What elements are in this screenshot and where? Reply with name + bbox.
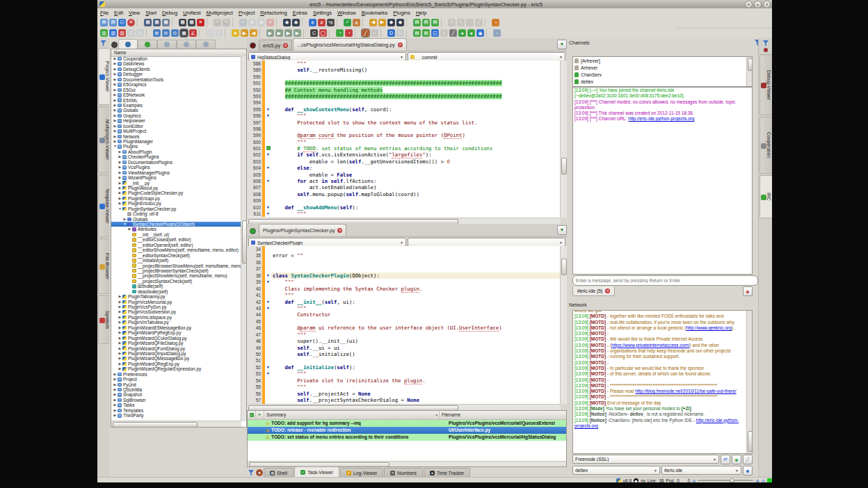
bookmark-prev-icon[interactable]: ◀ [250,29,257,37]
tree-expander-icon[interactable]: ▶ [118,196,122,201]
tree-item[interactable]: ▶DebugClients [111,67,241,72]
tree-expander-icon[interactable]: ▶ [118,325,122,330]
tree-expander-icon[interactable]: ▶ [118,181,122,186]
code-line[interactable]: 607 act.setEnabled(enable) [247,184,567,190]
scroll-thumb[interactable] [242,220,247,263]
doc-import-icon[interactable]: ▤ [422,29,430,37]
side-tab-debug-viewer[interactable]: Debug-Viewer [760,54,772,115]
tree-expander-icon[interactable]: ▶ [127,227,132,231]
fold-margin[interactable] [265,311,271,318]
tree-item[interactable]: ▶E5XML [111,98,241,103]
message-link[interactable]: https://www.privateinternetaccess.com/ [611,343,689,348]
comment-icon[interactable]: # [309,19,316,26]
tree-item[interactable]: ▶CheckerPlugins [111,154,241,159]
tree-expander-icon[interactable]: ▶ [118,309,122,314]
tree-item[interactable]: ▶Attributes [111,227,241,231]
bookmark-toggle-icon[interactable]: ★ [232,29,239,37]
permissions-label[interactable]: rw [641,478,645,483]
task-column-summary[interactable]: Summary▾ [264,411,440,419]
document-new-icon[interactable]: ▤ [109,19,117,26]
tree-item[interactable]: ▶Project [111,377,241,382]
tree-item[interactable]: __projectBrowserSyntaxCheck(self) [111,268,241,273]
fold-margin[interactable] [265,93,271,99]
cut-icon[interactable]: ✂ [239,19,247,26]
scroll-thumb[interactable] [113,422,198,428]
tab-list-icon[interactable]: ▼ [557,40,567,49]
refactor-rename-icon[interactable]: ✎ [448,19,456,26]
task-row[interactable]: ⚠TODO: release - reenable redirectionUI/… [248,427,566,434]
spawn-icon[interactable]: ● [256,469,263,476]
tree-vertical-scrollbar[interactable] [241,56,246,421]
vcs-new-icon[interactable]: ▥ [100,29,108,37]
tree-expander-icon[interactable]: ▶ [113,377,118,382]
channel-user[interactable]: detlev [573,78,752,85]
code-line[interactable]: 41 """ [247,292,567,298]
tree-item[interactable]: ▶Graphics [111,113,241,118]
tree-expander-icon[interactable]: ▼ [113,144,118,149]
tree-item[interactable]: ▶DocumentationPlugins [111,160,241,165]
fold-margin[interactable] [265,184,271,190]
fold-margin[interactable]: ▼ [265,165,271,171]
editor-vertical-scrollbar[interactable] [560,60,567,218]
edit-mode-icon[interactable]: ╱ [362,29,369,37]
tree-item[interactable]: ▶PluginWizardQFileDialog.py [111,341,241,345]
tree-expander-icon[interactable]: ▶ [118,149,122,154]
fold-margin[interactable]: ▼ [265,364,271,371]
tree-item[interactable]: ▶PluginVcsMercurial.py [111,300,241,304]
code-line[interactable]: 35error = "" [247,252,567,259]
code-line[interactable]: 598 [247,126,567,132]
tree-expander-icon[interactable]: ▶ [118,351,122,356]
code-line[interactable]: 601✓ # TODO: set status of menu entries … [247,145,567,152]
tree-item[interactable]: ▶Snapshot [111,392,241,397]
menu-file[interactable]: File [97,10,111,16]
tree-expander-icon[interactable]: ▶ [113,413,118,418]
tree-item[interactable]: ▶AboutPlugin [111,149,241,154]
tree-expander-icon[interactable]: ▶ [118,341,122,345]
screenshot-icon[interactable]: ▦ [180,29,188,37]
vcs-status-icon[interactable]: ▥ [136,29,144,37]
filter-icon[interactable] [101,40,106,46]
bug-report-icon[interactable]: ● [458,29,466,37]
fold-margin[interactable] [265,67,271,73]
scroll-thumb[interactable] [561,158,567,174]
tool-tab-task-viewer[interactable]: ✓Task-Viewer [294,466,339,477]
tree-item[interactable]: ▶DocumentationTools [111,77,241,82]
code-line[interactable]: 595▼ def __showContextMenu(self, coord): [247,106,567,113]
uncomment-icon[interactable]: # [318,19,326,26]
code-line[interactable]: 51 [247,357,567,364]
project-new-icon[interactable]: ▤ [413,19,421,26]
bookmark-next-icon[interactable]: ▶ [241,29,248,37]
tree-item[interactable]: ▶PluginWizardPyRegExp.py [111,330,241,335]
fold-margin[interactable] [265,292,271,298]
tree-item[interactable]: __editorClosed(self, editor) [111,237,241,242]
code-line[interactable]: 48 super().__init__(ui) [247,338,567,344]
tree-expander-icon[interactable]: ▶ [113,98,118,103]
save-icon[interactable]: ▦ [144,19,152,26]
network-scrollbar[interactable] [746,311,752,453]
project-close-icon[interactable]: ▤ [431,19,439,26]
code-line[interactable]: 606▼ for act in self.lfActions: [247,178,567,184]
debugger-icon[interactable]: D [387,29,395,37]
menu-help[interactable]: Help [413,10,429,16]
tree-expander-icon[interactable]: ▶ [118,300,122,304]
tree-expander-icon[interactable]: ▼ [118,206,122,211]
tree-expander-icon[interactable]: ▶ [118,336,122,341]
tree-expander-icon[interactable]: ▶ [118,361,122,366]
vcs-update-icon[interactable]: ▥ [109,29,117,37]
fold-margin[interactable] [265,391,271,397]
leave-channel-button[interactable]: ☻ [743,286,753,296]
tree-item[interactable]: ▶Cooperation [111,56,241,61]
tree-expander-icon[interactable]: ▶ [118,294,122,299]
fold-margin[interactable]: ▼ [265,106,271,113]
fold-margin[interactable] [265,74,271,80]
editor-tab[interactable]: Plugins/PluginSyntaxChecker.py✕ [259,224,346,236]
tree-item[interactable]: ▶WizardPlugins [111,175,241,180]
code-line[interactable]: 34 [247,246,567,252]
code-line[interactable]: 40 Class implementing the Syntax Checker… [247,286,567,292]
code-line[interactable]: 37 [247,266,567,272]
tree-item[interactable]: ▶PyUnit [111,382,241,387]
tree-item[interactable]: ▶Globals [111,217,241,222]
tree-horizontal-scrollbar[interactable] [111,421,241,427]
server-combo[interactable]: Freenode (SSL)▼ [572,455,719,464]
tree-expander-icon[interactable]: ▶ [113,67,118,72]
